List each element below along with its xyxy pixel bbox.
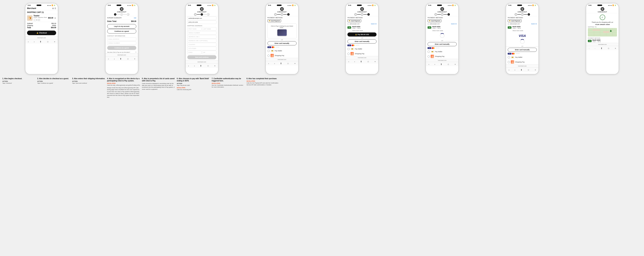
email-prefilled[interactable]: amiller@example.com (187, 16, 216, 20)
mobile-field-2[interactable]: MOBILE NUMBER (107, 41, 136, 45)
loading-spinner (440, 33, 444, 38)
checkout-btn-label: Checkout (39, 32, 47, 34)
card-payment-btn-6[interactable]: 💳 Card Payment (428, 19, 441, 22)
menu-icon[interactable]: ☰ (54, 7, 56, 9)
country-field[interactable]: COUNTRY (187, 43, 216, 46)
card-icon-5: 💳 (349, 20, 350, 21)
nav-bm[interactable]: ☆ (127, 58, 129, 60)
nav-fwd[interactable]: › (114, 58, 115, 60)
email-field-2[interactable]: EMAIL ADDRESS (107, 37, 136, 41)
show-more-link-5[interactable]: Show more cards (346, 30, 378, 32)
enter-card-btn-6[interactable]: Enter card manually (428, 42, 457, 46)
nav-back[interactable]: ‹ (108, 58, 109, 60)
ctp-recognition-box: Click to Pay is looking for your linked … (268, 23, 296, 38)
shopping-pay-option-6[interactable]: S Shopping Pay (426, 54, 458, 59)
map-placeholder (588, 28, 617, 36)
order-summary-toggle[interactable]: ▾ ORDER SUMMARY Edit (106, 16, 138, 20)
mc-logo (272, 46, 274, 48)
show-more-link-7[interactable]: Show more cards (506, 30, 538, 32)
cart-delete-icon[interactable]: 🗑 (54, 17, 56, 19)
card-payment-btn-5[interactable]: 💳 Card Payment (348, 19, 361, 22)
cart-item-price: $50.00 (48, 17, 53, 19)
shopping-pay-option-7[interactable]: S Shopping Pay (506, 60, 538, 64)
desc-step-8: 8. Alex has completed their purchase. (246, 77, 280, 80)
card-payment-btn-7[interactable]: 💳 Card Payment (508, 19, 522, 22)
desc-dev-label-4: DEVELOPER: (107, 83, 140, 84)
login-btn[interactable]: Log in to my account (107, 24, 136, 28)
pay-wallet-option-4[interactable]: 💳 Pay Wallet (266, 48, 298, 53)
zip-field[interactable]: ZIP (202, 51, 216, 54)
save-continue-btn[interactable]: Save and continue (187, 55, 216, 59)
nav-forward-icon[interactable]: › (34, 40, 34, 43)
city-field[interactable]: CITY/TOWN (187, 47, 216, 50)
pay-wallet-radio[interactable] (268, 50, 270, 52)
mobile-field-3[interactable]: MOBILE NUMBER (187, 31, 216, 35)
enter-card-btn-7[interactable]: Enter card manually (508, 48, 537, 52)
battery-icon: 🔋 (54, 4, 56, 6)
nav-new-tab-icon[interactable]: + (54, 40, 55, 43)
nav-tab[interactable]: + (134, 58, 136, 60)
status-bar-3: 9:41 ▲▲▲📶🔋 (186, 3, 218, 6)
checkout-header-5: M CHECKOUT ✓ ✓ 3 (346, 6, 378, 16)
visa-logo-large: VISA (508, 34, 537, 38)
cart-item: 🍞 Toaster Finish: Stainless Steel − 1 + … (25, 14, 58, 22)
nav-bookmark-icon[interactable]: ☆ (47, 40, 49, 43)
show-more-link-6[interactable]: Show more cards (426, 30, 458, 32)
desc-action-text-1: Taps 'Checkout' (2, 82, 36, 84)
pay-wallet-option-5[interactable]: 💳 Pay Wallet (346, 47, 378, 51)
payment-info: Bank Debit VISA — 5678 (592, 39, 600, 42)
payment-options-7: 💳 Card Payment (506, 19, 538, 23)
phone-prefilled[interactable]: (415) 123-1234 (187, 20, 216, 24)
shopping-pay-option-4[interactable]: S Shopping Pay (266, 53, 298, 58)
desc-action-text-6: Taps 'Pay 50.00 USD' (177, 84, 210, 86)
nav-back-icon[interactable]: ‹ (28, 40, 28, 43)
shopping-pay-icon: S (270, 54, 274, 57)
checkout-header-6: M CHECKOUT ✓ ✓ 3 (426, 6, 458, 16)
pay-now-btn[interactable]: 🔒 Pay $50.00 USD (348, 32, 376, 36)
order-total-value: $50.00 (131, 20, 136, 22)
state-field[interactable]: STATE (187, 51, 202, 54)
desc-5: 5. Alex is presented a list of cards sav… (142, 77, 175, 98)
nav-share-icon[interactable]: ⬆ (40, 40, 42, 43)
qty-plus-btn[interactable]: + (38, 19, 40, 21)
pay-wallet-option-7[interactable]: 💳 Pay Wallet (506, 55, 538, 60)
wallet-label-4: Pay Wallet (275, 50, 282, 52)
nav-share[interactable]: ⬆ (120, 58, 122, 60)
checkout-header-7: M CHECKOUT ✓ ✓ 3 (506, 6, 538, 16)
payment-options-4: 💳 Card Payment (266, 19, 298, 23)
desc-dev-label-8: DEVELOPER: (246, 80, 280, 82)
desc-dev-label-6: DEVELOPER: (177, 87, 210, 89)
card-payment-btn[interactable]: 💳 Card Payment (268, 19, 281, 22)
shopping-pay-label-4: Shopping Pay (275, 55, 284, 56)
checkout-button[interactable]: 🔒 Checkout (27, 31, 56, 35)
phone-8: 9:41 ▲▲▲📶🔋 M CHECKOUT ✓ Thank you for sh… (563, 3, 642, 74)
desc-4: 4. Alex is recognized on this device by … (107, 77, 140, 98)
first-name-field[interactable]: FIRST NAME (187, 27, 202, 31)
guest-btn[interactable]: Continue as a guest (107, 29, 136, 33)
total-label: Total (27, 27, 31, 28)
checkout-header-8: M CHECKOUT (586, 6, 619, 13)
merchant-logo: Merchant (27, 7, 36, 9)
pay-wallet-option-6[interactable]: 💳 Pay Wallet (426, 49, 458, 54)
ctp-info-text[interactable]: How does Click to Pay use my information… (106, 51, 138, 53)
last-name-field[interactable]: LAST NAME (202, 27, 216, 31)
enter-card-manually-btn-4[interactable]: Enter card manually (268, 41, 296, 45)
qty-minus-btn[interactable]: − (34, 19, 36, 21)
shopping-pay-option-5[interactable]: S Shopping Pay (346, 51, 378, 56)
desc-action-label-6: ACTION: (177, 83, 210, 84)
desc-dev-text-4a: Calls the init(), isRecognized() and get… (107, 84, 140, 86)
payment-options-6: 💳 Card Payment (426, 19, 458, 23)
ctp-card-visual (277, 29, 287, 36)
shopping-pay-radio[interactable] (268, 55, 270, 57)
filter-icon[interactable]: ⊞ (52, 7, 54, 9)
phone-frame-4: 9:41 ▲▲▲📶🔋 M CHECKOUT ✓ ✓ 3 PAYMENT METH… (266, 3, 298, 74)
address2-field[interactable]: ADDRESS LINE 2 (OPTIONAL) (187, 39, 216, 42)
desc-action-label-2: ACTION: (37, 81, 70, 82)
edit-link[interactable]: Edit (134, 17, 136, 19)
card-payment-label: Card Payment (271, 20, 280, 21)
order-total-row: Order Total: $50.00 (106, 20, 138, 23)
address1-field[interactable]: ADDRESS LINE 1 (187, 35, 216, 39)
switch-id-link-5[interactable]: Switch ID (371, 23, 377, 25)
enter-card-btn-5[interactable]: Enter card manually (348, 39, 376, 43)
svg-rect-9 (603, 31, 609, 33)
